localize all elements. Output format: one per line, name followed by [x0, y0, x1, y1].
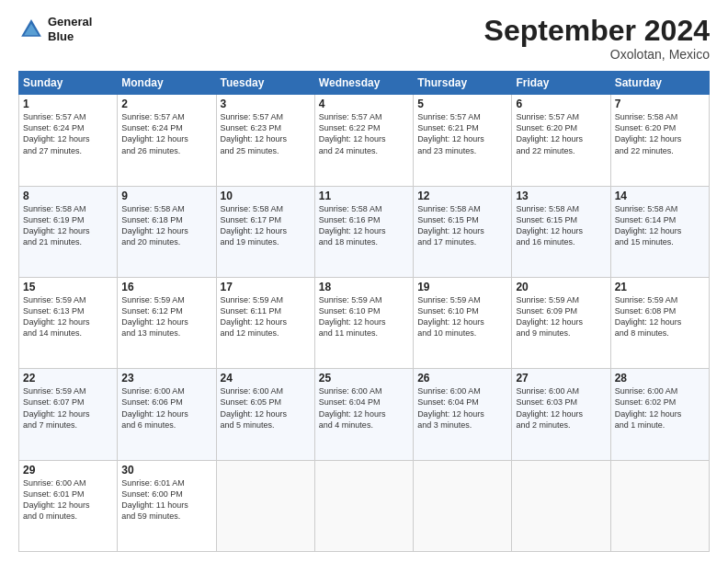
calendar-cell	[216, 460, 314, 551]
day-number: 16	[121, 281, 211, 293]
day-number: 14	[615, 190, 705, 202]
day-number: 6	[516, 98, 606, 110]
calendar-cell: 25Sunrise: 6:00 AM Sunset: 6:04 PM Dayli…	[314, 369, 413, 460]
calendar-cell: 30Sunrise: 6:01 AM Sunset: 6:00 PM Dayli…	[118, 460, 216, 551]
day-info: Sunrise: 5:57 AM Sunset: 6:22 PM Dayligh…	[319, 111, 409, 156]
day-info: Sunrise: 5:59 AM Sunset: 6:07 PM Dayligh…	[23, 385, 113, 431]
day-info: Sunrise: 6:00 AM Sunset: 6:04 PM Dayligh…	[319, 385, 409, 431]
calendar-cell	[610, 460, 709, 551]
week-row-3: 15Sunrise: 5:59 AM Sunset: 6:13 PM Dayli…	[19, 277, 710, 368]
day-number: 19	[417, 281, 507, 293]
logo-text: General Blue	[48, 15, 92, 43]
day-info: Sunrise: 5:58 AM Sunset: 6:16 PM Dayligh…	[319, 203, 409, 248]
calendar-cell: 16Sunrise: 5:59 AM Sunset: 6:12 PM Dayli…	[118, 277, 216, 368]
day-info: Sunrise: 5:57 AM Sunset: 6:20 PM Dayligh…	[516, 111, 606, 156]
day-info: Sunrise: 5:58 AM Sunset: 6:19 PM Dayligh…	[23, 203, 113, 248]
weekday-header-row: SundayMondayTuesdayWednesdayThursdayFrid…	[19, 72, 710, 95]
day-number: 26	[417, 372, 507, 385]
day-number: 27	[516, 372, 606, 385]
day-info: Sunrise: 6:00 AM Sunset: 6:01 PM Dayligh…	[23, 477, 113, 523]
location-subtitle: Oxolotan, Mexico	[484, 47, 710, 62]
day-info: Sunrise: 5:58 AM Sunset: 6:17 PM Dayligh…	[221, 203, 311, 248]
calendar-cell: 21Sunrise: 5:59 AM Sunset: 6:08 PM Dayli…	[610, 277, 709, 368]
calendar-cell: 27Sunrise: 6:00 AM Sunset: 6:03 PM Dayli…	[512, 369, 610, 460]
day-number: 11	[319, 190, 409, 202]
day-info: Sunrise: 6:00 AM Sunset: 6:06 PM Dayligh…	[121, 385, 211, 431]
day-number: 23	[121, 372, 211, 385]
day-info: Sunrise: 6:00 AM Sunset: 6:04 PM Dayligh…	[417, 385, 507, 431]
weekday-header-saturday: Saturday	[610, 72, 709, 95]
calendar-cell: 17Sunrise: 5:59 AM Sunset: 6:11 PM Dayli…	[216, 277, 314, 368]
day-info: Sunrise: 5:57 AM Sunset: 6:24 PM Dayligh…	[23, 111, 113, 156]
day-info: Sunrise: 5:59 AM Sunset: 6:10 PM Dayligh…	[417, 294, 507, 339]
header: General Blue September 2024 Oxolotan, Me…	[18, 15, 710, 62]
calendar-cell: 23Sunrise: 6:00 AM Sunset: 6:06 PM Dayli…	[118, 369, 216, 460]
day-info: Sunrise: 6:00 AM Sunset: 6:03 PM Dayligh…	[516, 385, 606, 431]
day-number: 2	[121, 98, 211, 110]
logo: General Blue	[18, 15, 92, 43]
calendar-cell: 3Sunrise: 5:57 AM Sunset: 6:23 PM Daylig…	[216, 95, 314, 186]
generalblue-icon	[18, 17, 44, 42]
day-info: Sunrise: 5:59 AM Sunset: 6:13 PM Dayligh…	[23, 294, 113, 339]
title-block: September 2024 Oxolotan, Mexico	[484, 15, 710, 62]
day-number: 20	[516, 281, 606, 293]
calendar-cell: 5Sunrise: 5:57 AM Sunset: 6:21 PM Daylig…	[414, 95, 512, 186]
day-number: 9	[121, 190, 211, 202]
calendar-cell	[512, 460, 610, 551]
day-number: 4	[319, 98, 409, 110]
calendar-cell: 15Sunrise: 5:59 AM Sunset: 6:13 PM Dayli…	[19, 277, 118, 368]
day-number: 29	[23, 464, 113, 477]
day-info: Sunrise: 5:57 AM Sunset: 6:23 PM Dayligh…	[221, 111, 311, 156]
day-number: 30	[121, 464, 211, 477]
calendar-cell: 4Sunrise: 5:57 AM Sunset: 6:22 PM Daylig…	[314, 95, 413, 186]
day-number: 12	[417, 190, 507, 202]
calendar-cell: 28Sunrise: 6:00 AM Sunset: 6:02 PM Dayli…	[610, 369, 709, 460]
calendar-cell: 10Sunrise: 5:58 AM Sunset: 6:17 PM Dayli…	[216, 186, 314, 277]
page: General Blue September 2024 Oxolotan, Me…	[0, 0, 728, 563]
calendar-cell: 20Sunrise: 5:59 AM Sunset: 6:09 PM Dayli…	[512, 277, 610, 368]
calendar-cell: 18Sunrise: 5:59 AM Sunset: 6:10 PM Dayli…	[314, 277, 413, 368]
calendar-cell: 13Sunrise: 5:58 AM Sunset: 6:15 PM Dayli…	[512, 186, 610, 277]
day-info: Sunrise: 5:59 AM Sunset: 6:12 PM Dayligh…	[121, 294, 211, 339]
calendar-cell: 29Sunrise: 6:00 AM Sunset: 6:01 PM Dayli…	[19, 460, 118, 551]
day-info: Sunrise: 5:58 AM Sunset: 6:18 PM Dayligh…	[121, 203, 211, 248]
week-row-4: 22Sunrise: 5:59 AM Sunset: 6:07 PM Dayli…	[19, 369, 710, 460]
day-info: Sunrise: 5:59 AM Sunset: 6:08 PM Dayligh…	[615, 294, 705, 339]
weekday-header-wednesday: Wednesday	[314, 72, 413, 95]
day-info: Sunrise: 6:00 AM Sunset: 6:05 PM Dayligh…	[221, 385, 311, 431]
day-number: 10	[221, 190, 311, 202]
day-info: Sunrise: 5:59 AM Sunset: 6:09 PM Dayligh…	[516, 294, 606, 339]
calendar-cell: 2Sunrise: 5:57 AM Sunset: 6:24 PM Daylig…	[118, 95, 216, 186]
month-title: September 2024	[484, 15, 710, 47]
day-info: Sunrise: 5:58 AM Sunset: 6:15 PM Dayligh…	[516, 203, 606, 248]
calendar-cell: 8Sunrise: 5:58 AM Sunset: 6:19 PM Daylig…	[19, 186, 118, 277]
day-number: 17	[221, 281, 311, 293]
logo-line2: Blue	[48, 29, 92, 44]
day-info: Sunrise: 5:57 AM Sunset: 6:21 PM Dayligh…	[417, 111, 507, 156]
day-info: Sunrise: 6:00 AM Sunset: 6:02 PM Dayligh…	[615, 385, 705, 431]
calendar-cell: 22Sunrise: 5:59 AM Sunset: 6:07 PM Dayli…	[19, 369, 118, 460]
day-info: Sunrise: 5:58 AM Sunset: 6:20 PM Dayligh…	[615, 111, 705, 156]
day-number: 3	[221, 98, 311, 110]
calendar-cell: 12Sunrise: 5:58 AM Sunset: 6:15 PM Dayli…	[414, 186, 512, 277]
day-number: 5	[417, 98, 507, 110]
week-row-5: 29Sunrise: 6:00 AM Sunset: 6:01 PM Dayli…	[19, 460, 710, 551]
calendar-cell: 19Sunrise: 5:59 AM Sunset: 6:10 PM Dayli…	[414, 277, 512, 368]
day-number: 28	[615, 372, 705, 385]
day-number: 22	[23, 372, 113, 385]
day-number: 7	[615, 98, 705, 110]
weekday-header-thursday: Thursday	[414, 72, 512, 95]
day-number: 13	[516, 190, 606, 202]
weekday-header-friday: Friday	[512, 72, 610, 95]
day-info: Sunrise: 6:01 AM Sunset: 6:00 PM Dayligh…	[121, 477, 211, 523]
weekday-header-monday: Monday	[118, 72, 216, 95]
day-number: 1	[23, 98, 113, 110]
calendar-cell: 14Sunrise: 5:58 AM Sunset: 6:14 PM Dayli…	[610, 186, 709, 277]
day-info: Sunrise: 5:58 AM Sunset: 6:14 PM Dayligh…	[615, 203, 705, 248]
day-number: 18	[319, 281, 409, 293]
calendar-cell: 11Sunrise: 5:58 AM Sunset: 6:16 PM Dayli…	[314, 186, 413, 277]
day-info: Sunrise: 5:57 AM Sunset: 6:24 PM Dayligh…	[121, 111, 211, 156]
day-number: 15	[23, 281, 113, 293]
calendar-cell: 9Sunrise: 5:58 AM Sunset: 6:18 PM Daylig…	[118, 186, 216, 277]
calendar-cell: 6Sunrise: 5:57 AM Sunset: 6:20 PM Daylig…	[512, 95, 610, 186]
